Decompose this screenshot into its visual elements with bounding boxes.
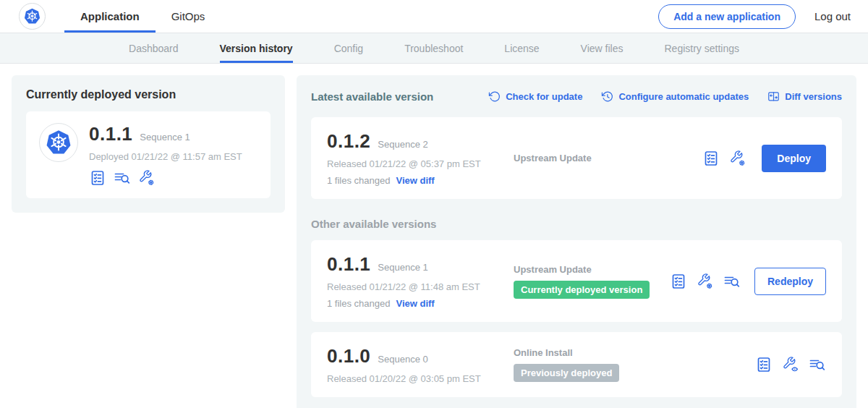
version-card-0-1-0: 0.1.0 Sequence 0 Released 01/20/22 @ 03:… [311, 332, 842, 397]
checklist-icon[interactable] [89, 169, 106, 187]
view-diff-link[interactable]: View diff [396, 298, 434, 309]
latest-available-title: Latest available version [311, 90, 433, 103]
status-badge: Currently deployed version [514, 281, 650, 299]
subnav-tab-license[interactable]: License [504, 33, 539, 63]
action-configure-automatic-updates[interactable]: Configure automatic updates [601, 90, 749, 103]
subnav: DashboardVersion historyConfigTroublesho… [0, 33, 868, 64]
app-logo [19, 0, 46, 33]
add-application-button[interactable]: Add a new application [658, 4, 796, 29]
files-changed: 1 files changed [327, 175, 390, 186]
currently-deployed-panel: Currently deployed version 0.1.1 Sequenc… [12, 75, 285, 213]
config-view-icon[interactable] [782, 356, 799, 373]
deploy-button[interactable]: Deploy [762, 145, 826, 172]
config-icon[interactable] [697, 273, 714, 290]
preflight-icon[interactable] [809, 356, 826, 373]
files-changed: 1 files changed [327, 298, 390, 309]
schedule-icon [601, 90, 613, 103]
version-sequence: Sequence 1 [378, 262, 427, 273]
config-icon[interactable] [138, 169, 156, 187]
subnav-tab-config[interactable]: Config [334, 33, 363, 63]
status-badge: Previously deployed [514, 364, 619, 382]
version-sequence: Sequence 0 [378, 354, 427, 365]
other-versions-title: Other available versions [311, 218, 842, 230]
top-nav: ApplicationGitOps Add a new application … [0, 0, 868, 33]
header-tab-gitops[interactable]: GitOps [156, 0, 221, 33]
version-card-0-1-2: 0.1.2 Sequence 2 Released 01/21/22 @ 05:… [311, 117, 842, 199]
logout-button[interactable]: Log out [814, 10, 851, 22]
kubernetes-app-icon [39, 123, 78, 162]
deployed-panel-title: Currently deployed version [26, 88, 271, 101]
subnav-tab-view-files[interactable]: View files [581, 33, 624, 63]
subnav-tab-dashboard[interactable]: Dashboard [129, 33, 179, 63]
version-number: 0.1.1 [327, 253, 370, 276]
checklist-icon[interactable] [670, 273, 687, 290]
subnav-tab-version-history[interactable]: Version history [220, 33, 293, 63]
version-released: Released 01/21/22 @ 05:37 pm EST [327, 158, 514, 169]
refresh-icon [488, 90, 501, 103]
version-number: 0.1.2 [327, 130, 370, 153]
version-released: Released 01/20/22 @ 03:05 pm EST [327, 373, 514, 384]
header-tab-application[interactable]: Application [64, 0, 156, 33]
version-source: Online Install [514, 347, 748, 358]
version-source: Upstream Update [514, 264, 663, 275]
version-released: Released 01/21/22 @ 11:48 am EST [327, 281, 514, 292]
deployed-version-card: 0.1.1 Sequence 1 Deployed 01/21/22 @ 11:… [26, 111, 271, 198]
subnav-tab-troubleshoot[interactable]: Troubleshoot [404, 33, 463, 63]
checklist-icon[interactable] [702, 150, 720, 167]
preflight-icon[interactable] [114, 169, 131, 187]
version-sequence: Sequence 2 [378, 139, 427, 150]
available-versions-panel: Latest available version Check for updat… [297, 75, 856, 408]
view-diff-link[interactable]: View diff [396, 175, 434, 186]
action-diff-versions[interactable]: Diff versions [767, 90, 842, 103]
main-content: Currently deployed version 0.1.1 Sequenc… [0, 64, 868, 408]
deployed-timestamp: Deployed 01/21/22 @ 11:57 am EST [89, 151, 242, 162]
redeploy-button[interactable]: Redeploy [754, 268, 826, 295]
kubernetes-icon [19, 3, 46, 30]
version-source: Upstream Update [514, 153, 695, 163]
topnav-right: Add a new application Log out [658, 0, 851, 33]
version-number: 0.1.0 [327, 345, 370, 367]
version-card-0-1-1: 0.1.1 Sequence 1 Released 01/21/22 @ 11:… [311, 240, 842, 322]
checklist-icon[interactable] [755, 356, 773, 373]
header-tabs: ApplicationGitOps [64, 0, 221, 33]
config-icon[interactable] [729, 150, 746, 167]
version-actions: Check for updateConfigure automatic upda… [488, 90, 842, 103]
deployed-version-sequence: Sequence 1 [140, 132, 190, 143]
subnav-tab-registry-settings[interactable]: Registry settings [665, 33, 739, 63]
diff-icon [767, 90, 780, 103]
action-check-for-update[interactable]: Check for update [488, 90, 582, 103]
preflight-icon[interactable] [723, 273, 741, 290]
deployed-version-number: 0.1.1 [89, 123, 132, 145]
